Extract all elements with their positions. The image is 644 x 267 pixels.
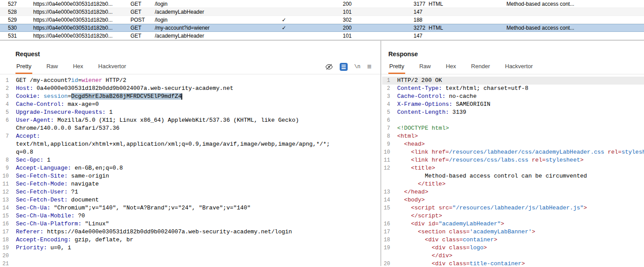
line-number: 18 <box>1 236 9 244</box>
table-row[interactable]: 531https://0a4e000e030531d182b0...GET/ac… <box>0 32 644 40</box>
editor-line: 6 <box>382 116 644 124</box>
cell-host: https://0a4e000e030531d182b0... <box>24 33 123 39</box>
line-number: 15 <box>382 204 390 212</box>
line-number: 8 <box>382 132 390 140</box>
table-row[interactable]: 530https://0a4e000e030531d182b0...GET/my… <box>0 24 644 32</box>
response-panel: Response PrettyRawHexRenderHackvertor 1H… <box>381 41 644 266</box>
burp-proxy-view: 527https://0a4e000e030531d182b0...GET/lo… <box>0 0 644 266</box>
text-caret <box>181 93 182 100</box>
tab-render[interactable]: Render <box>470 61 491 74</box>
line-number: 7 <box>382 124 390 132</box>
cell-method: GET <box>123 25 149 31</box>
editor-line: 5Content-Length: 3139 <box>382 108 644 116</box>
line-number: 4 <box>1 101 9 108</box>
syntax-highlight-icon[interactable] <box>340 63 348 71</box>
response-editor[interactable]: 1HTTP/2 200 OK2Content-Type: text/html; … <box>381 74 644 266</box>
line-number: 16 <box>382 220 390 228</box>
request-tabs: PrettyRawHexHackvertor <box>15 61 140 74</box>
editor-line: 10 <link href=/resources/labheader/css/a… <box>382 148 644 156</box>
http-history-table: 527https://0a4e000e030531d182b0...GET/lo… <box>0 0 644 40</box>
cell-num: 528 <box>0 9 24 15</box>
cell-host: https://0a4e000e030531d182b0... <box>24 9 123 15</box>
editor-line: 19 <div class=logo> </div> <box>382 244 644 260</box>
editor-line: 7Accept: text/html,application/xhtml+xml… <box>1 132 380 156</box>
editor-line: 15Sec-Ch-Ua-Mobile: ?0 <box>1 212 380 220</box>
cell-length: 147 <box>383 9 426 15</box>
tab-hex[interactable]: Hex <box>72 61 84 74</box>
editor-line: 8Sec-Gpc: 1 <box>1 156 380 164</box>
tab-hex[interactable]: Hex <box>445 61 457 74</box>
cell-method: GET <box>123 33 149 39</box>
editor-line: 8<html> <box>382 132 644 140</box>
cell-url: /academyLabHeader <box>149 9 244 15</box>
tab-pretty[interactable]: Pretty <box>15 61 32 74</box>
cell-num: 530 <box>0 25 24 31</box>
hide-eye-icon[interactable] <box>325 63 333 71</box>
editor-line: 11Sec-Fetch-Mode: navigate <box>1 180 380 188</box>
editor-line: 3Cookie: session=Dcgd5hrEJbaB268jMFRDCV5… <box>1 93 380 101</box>
cell-status: 302 <box>324 17 383 23</box>
cell-method: GET <box>123 9 149 15</box>
table-row[interactable]: 527https://0a4e000e030531d182b0...GET/lo… <box>0 0 644 8</box>
cell-title: Method-based access cont... <box>470 25 644 31</box>
cell-url: /login <box>149 17 244 23</box>
line-number: 19 <box>382 244 390 252</box>
editor-line: 18Accept-Encoding: gzip, deflate, br <box>1 236 380 244</box>
line-number: 11 <box>1 180 9 188</box>
cell-length: 3177 <box>383 1 426 7</box>
editor-line: 4Cache-Control: max-age=0 <box>1 101 380 108</box>
editor-line: 21 <box>1 260 380 266</box>
editor-line: 2Host: 0a4e000e030531d182b0dd9b0024007a.… <box>1 85 380 93</box>
tab-raw[interactable]: Raw <box>418 61 432 74</box>
line-number: 10 <box>1 172 9 180</box>
table-row[interactable]: 528https://0a4e000e030531d182b0...GET/ac… <box>0 8 644 16</box>
line-number: 16 <box>1 220 9 228</box>
table-row[interactable]: 529https://0a4e000e030531d182b0...POST/l… <box>0 16 644 24</box>
line-number: 9 <box>1 164 9 172</box>
cell-status: 101 <box>324 33 383 39</box>
cell-url: /my-account?id=wiener <box>149 25 244 31</box>
editor-line: 13 </head> <box>382 188 644 196</box>
cell-mime: HTML <box>426 1 470 7</box>
tab-pretty[interactable]: Pretty <box>388 61 405 74</box>
editor-line: 15 <script src="/resources/labheader/js/… <box>382 204 644 220</box>
editor-line: 4X-Frame-Options: SAMEORIGIN <box>382 101 644 108</box>
editor-line: 14Sec-Ch-Ua: "Chromium";v="140", "Not=A?… <box>1 204 380 212</box>
message-editor-split: Request PrettyRawHexHackvertor \n ≡ <box>0 40 644 266</box>
cell-num: 531 <box>0 33 24 39</box>
cell-host: https://0a4e000e030531d182b0... <box>24 1 123 7</box>
response-tabs: PrettyRawHexRenderHackvertor <box>388 61 547 74</box>
line-number: 17 <box>382 228 390 236</box>
cell-url: /academyLabHeader <box>149 33 244 39</box>
line-number: 15 <box>1 212 9 220</box>
request-editor[interactable]: 1GET /my-account?id=wiener HTTP/22Host: … <box>0 74 380 266</box>
newline-toggle-icon[interactable]: \n <box>354 64 360 70</box>
line-number: 8 <box>1 156 9 164</box>
editor-menu-icon[interactable]: ≡ <box>367 62 372 71</box>
tab-hackvertor[interactable]: Hackvertor <box>504 61 534 74</box>
line-number: 3 <box>382 93 390 101</box>
line-number: 2 <box>382 85 390 93</box>
cell-length: 3272 <box>383 25 426 31</box>
editor-line: 3Cache-Control: no-cache <box>382 93 644 101</box>
cell-params: ✓ <box>244 25 324 31</box>
line-number: 10 <box>382 148 390 156</box>
line-number: 12 <box>1 188 9 196</box>
cell-host: https://0a4e000e030531d182b0... <box>24 25 123 31</box>
line-number: 11 <box>382 156 390 164</box>
cell-num: 527 <box>0 1 24 7</box>
editor-line: 20 <box>1 252 380 260</box>
tab-raw[interactable]: Raw <box>46 61 59 74</box>
editor-line: 11 <link href=/resources/css/labs.css re… <box>382 156 644 164</box>
editor-line: 17Referer: https://0a4e000e030531d182b0d… <box>1 228 380 236</box>
editor-line: 20 <div class=title-container> <box>382 260 644 266</box>
cell-status: 200 <box>324 25 383 31</box>
line-number: 13 <box>382 188 390 196</box>
editor-line: 17 <section class='academyLabBanner'> <box>382 228 644 236</box>
request-panel: Request PrettyRawHexHackvertor \n ≡ <box>0 41 381 266</box>
editor-line: 7<!DOCTYPE html> <box>382 124 644 132</box>
cell-host: https://0a4e000e030531d182b0... <box>24 17 123 23</box>
tab-hackvertor[interactable]: Hackvertor <box>97 61 127 74</box>
cell-url: /login <box>149 1 244 7</box>
editor-line: 12 <title> Method-based access control c… <box>382 164 644 188</box>
